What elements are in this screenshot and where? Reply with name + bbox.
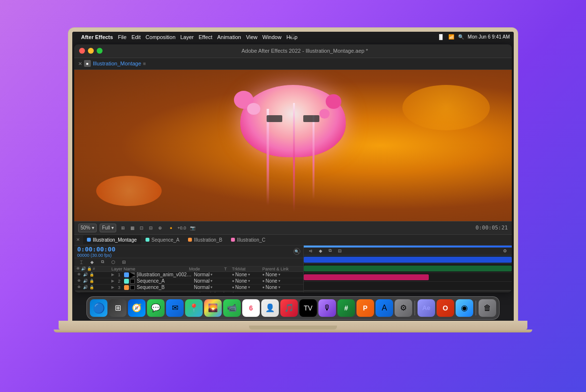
snap-icon[interactable]: ⊟ <box>147 224 155 232</box>
menu-file[interactable]: File <box>118 34 126 40</box>
layer-1-name[interactable]: [illustration_anim_v002.mov] <box>137 272 193 277</box>
render-icon[interactable]: ⬡ <box>109 258 117 266</box>
keyframe-nav-icon[interactable]: ◆ <box>492 291 500 292</box>
zoom-dropdown[interactable]: 50% ▾ <box>78 224 97 232</box>
dock-icon-screensaver[interactable]: ◉ <box>456 299 473 317</box>
dock-icon-launchpad[interactable]: ⊞ <box>109 299 126 317</box>
layer-1-audio-icon[interactable]: 🔊 <box>83 272 88 278</box>
dock-icon-messages[interactable]: 💬 <box>147 299 165 317</box>
dock-icon-music[interactable]: 🎵 <box>280 299 298 317</box>
layer-2-parent[interactable]: ● None ▾ <box>262 278 301 284</box>
menu-edit[interactable]: Edit <box>131 34 141 40</box>
lock-icon[interactable]: ⊟ <box>120 258 128 266</box>
dock-icon-office[interactable]: O <box>437 299 454 317</box>
dock-icon-calendar[interactable]: 6 <box>242 299 260 317</box>
dock-icon-mail[interactable]: ✉ <box>166 299 184 317</box>
layer-2-eye-icon[interactable]: 👁 <box>76 278 82 284</box>
toggle-switches-button[interactable]: Toggle Switches / Modes <box>190 291 239 292</box>
dock-icon-numbers[interactable]: # <box>337 299 355 317</box>
navigate-first-icon[interactable]: ◁ <box>482 291 490 292</box>
layer-2-expand-icon[interactable]: ▶ <box>111 279 114 283</box>
comp-tabs-close-icon[interactable]: ✕ <box>76 237 80 242</box>
dock-icon-photos[interactable]: 🌄 <box>204 299 222 317</box>
plus-exposure-icon[interactable]: +0.0 <box>178 224 186 232</box>
transparency-icon[interactable]: ▦ <box>128 224 136 232</box>
minimize-button[interactable] <box>88 48 94 54</box>
camera-icon[interactable]: 📷 <box>188 224 196 232</box>
layer-2-mode[interactable]: Normal ▾ <box>194 278 223 284</box>
dock-icon-pages[interactable]: P <box>356 299 374 317</box>
menu-window[interactable]: Window <box>262 34 281 40</box>
layer-2-lock-icon[interactable]: 🔒 <box>89 278 95 284</box>
dock-icon-contacts[interactable]: 👤 <box>261 299 279 317</box>
track-1-bar[interactable] <box>304 257 512 263</box>
layer-1-trkmat[interactable]: ● None ▾ <box>232 272 261 277</box>
track-3-bar[interactable] <box>304 274 429 280</box>
layer-2-name[interactable]: Sequence_A <box>137 278 193 284</box>
menu-effect[interactable]: Effect <box>199 34 212 40</box>
layer-1-expand-icon[interactable]: ▶ <box>111 272 114 277</box>
dock-icon-facetime[interactable]: 📹 <box>223 299 241 317</box>
color-icon[interactable]: ● <box>167 224 175 232</box>
layer-3-trkmat[interactable]: ● None ▾ <box>232 285 261 290</box>
layer-1-parent[interactable]: ● None ▾ <box>262 272 301 277</box>
table-row[interactable]: 👁 🔊 🔒 ▶ 2 ■ Sequence_A Normal ▾ <box>74 278 303 285</box>
timeline-nav-icon[interactable]: ⊲ <box>307 247 314 255</box>
layer-2-mode-text: Normal <box>194 278 209 284</box>
dock-icon-settings[interactable]: ⚙ <box>395 299 412 317</box>
layer-3-lock-icon[interactable]: 🔒 <box>89 285 95 290</box>
timeline-copy-icon[interactable]: ⧉ <box>326 247 334 255</box>
menu-composition[interactable]: Composition <box>146 34 175 40</box>
region-icon[interactable]: ⊞ <box>119 224 127 232</box>
current-timecode[interactable]: 0:00:00:00 <box>77 246 115 253</box>
track-2-bar[interactable] <box>304 266 512 271</box>
layer-3-eye-icon[interactable]: 👁 <box>76 285 82 290</box>
menu-view[interactable]: View <box>246 34 258 40</box>
menu-bar-right: ▐▌ 📶 🔍 Mon Jun 6 9:41 AM <box>438 34 510 40</box>
search-menubar-icon[interactable]: 🔍 <box>458 34 464 40</box>
close-button[interactable] <box>79 48 85 54</box>
layer-3-mode[interactable]: Normal ▾ <box>194 285 223 290</box>
comp-tab-illustration-montage[interactable]: Illustration_Montage <box>83 235 141 244</box>
quality-dropdown[interactable]: Full ▾ <box>100 224 116 232</box>
dock-icon-podcasts[interactable]: 🎙 <box>318 299 336 317</box>
layer-2-trkmat[interactable]: ● None ▾ <box>232 278 261 284</box>
table-row[interactable]: 👁 🔊 🔒 ▶ 3 ■ Sequence_B Normal ▾ <box>74 285 303 291</box>
layer-1-mode[interactable]: Normal ▾ <box>194 272 223 277</box>
layer-search-icon[interactable]: 🔍 <box>293 248 300 255</box>
dock-icon-finder[interactable]: 🔵 <box>90 299 107 317</box>
guide-icon[interactable]: ⊕ <box>156 224 164 232</box>
navigate-last-icon[interactable]: ▷ <box>502 291 510 292</box>
layer-3-expand-icon[interactable]: ▶ <box>111 285 114 289</box>
dock-icon-trash[interactable]: 🗑 <box>479 299 496 317</box>
add-keyframe-icon[interactable]: ◆ <box>88 258 96 266</box>
dock-icon-appstore[interactable]: A <box>376 299 393 317</box>
comp-tab-close-icon[interactable]: ✕ <box>78 61 82 66</box>
menu-layer[interactable]: Layer <box>180 34 194 40</box>
dock-icon-after-effects[interactable]: Ae <box>418 299 435 317</box>
layer-1-eye-icon[interactable]: 👁 <box>76 272 82 278</box>
layer-2-audio-icon[interactable]: 🔊 <box>83 278 88 284</box>
timeline-add-keyframe-icon[interactable]: ◆ <box>316 247 324 255</box>
layer-1-lock-icon[interactable]: 🔒 <box>89 272 95 278</box>
layer-3-name[interactable]: Sequence_B <box>137 285 193 290</box>
composition-menu-icon[interactable]: ≡ <box>143 61 146 66</box>
maximize-button[interactable] <box>97 48 103 54</box>
layer-3-audio-icon[interactable]: 🔊 <box>83 285 88 290</box>
comp-tab-sequence-a[interactable]: Sequence_A <box>142 235 183 244</box>
layer-3-parent[interactable]: ● None ▾ <box>262 285 301 290</box>
dock-icon-safari[interactable]: 🧭 <box>128 299 146 317</box>
dock-icon-tv[interactable]: TV <box>299 299 317 317</box>
zoom-in-icon[interactable]: + <box>473 291 481 292</box>
copy-keyframe-icon[interactable]: ⧉ <box>99 258 106 266</box>
comp-tab-illustration-b[interactable]: Illustration_B <box>184 235 226 244</box>
comp-tab-illustration-c[interactable]: Illustration_C <box>227 235 269 244</box>
dock-icon-maps[interactable]: 📍 <box>185 299 203 317</box>
menu-animation[interactable]: Animation <box>217 34 241 40</box>
graph-editor-icon[interactable]: ⌶ <box>77 258 85 266</box>
table-row[interactable]: 👁 🔊 🔒 ▶ 1 ▶ [illustration_anim_v002.mov]… <box>74 272 303 278</box>
timeline-settings-icon[interactable]: ⚙ <box>501 247 509 255</box>
zoom-out-icon[interactable]: - <box>306 291 314 292</box>
pixel-icon[interactable]: ⊡ <box>138 224 146 232</box>
timeline-options-icon[interactable]: ⊟ <box>336 247 344 255</box>
